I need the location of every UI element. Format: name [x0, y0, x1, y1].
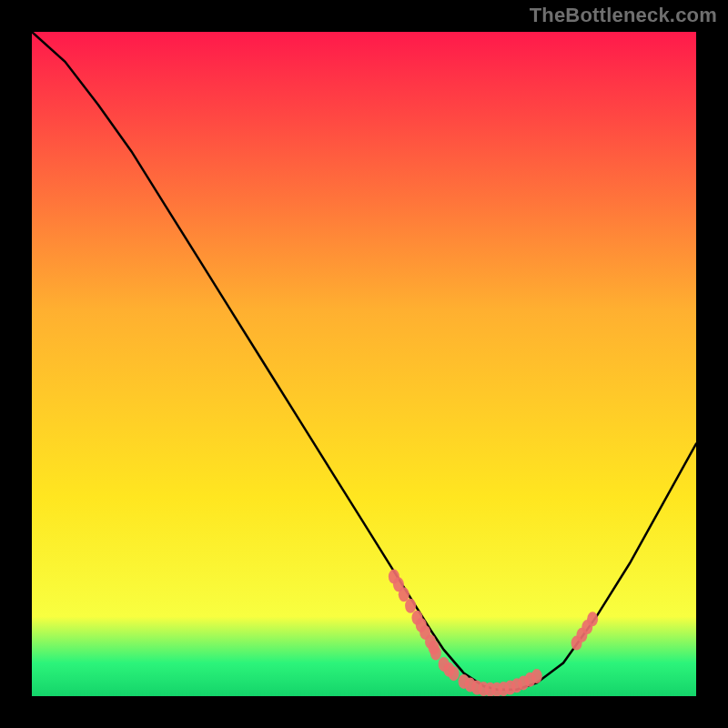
watermark-text: TheBottleneck.com: [530, 4, 717, 27]
chart-container: TheBottleneck.com: [0, 0, 728, 728]
data-point: [587, 612, 598, 626]
data-point: [405, 599, 416, 613]
plot-svg: [32, 32, 696, 696]
plot-area: [32, 32, 696, 696]
data-point: [430, 646, 441, 661]
data-point: [531, 669, 542, 683]
data-point: [449, 666, 460, 681]
gradient-background: [32, 32, 696, 696]
